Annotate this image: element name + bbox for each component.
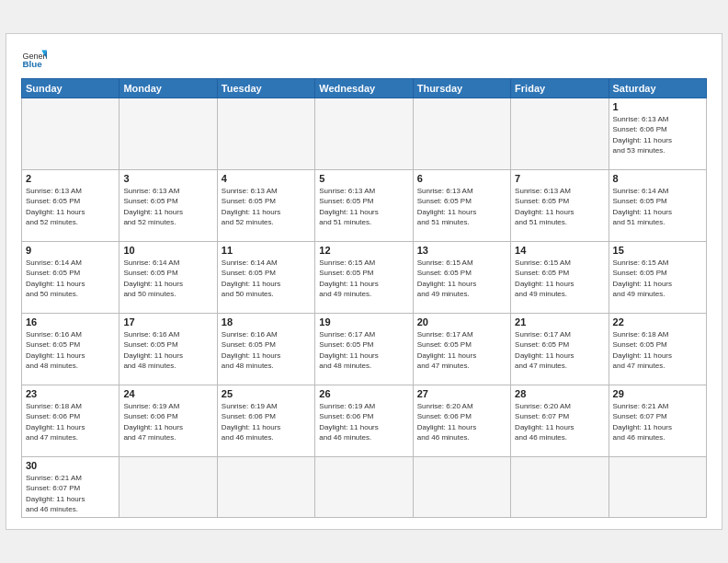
day-number: 22: [613, 316, 702, 327]
day-info: Sunrise: 6:15 AM Sunset: 6:05 PM Dayligh…: [613, 258, 702, 299]
day-cell-20: 20Sunrise: 6:17 AM Sunset: 6:05 PM Dayli…: [413, 314, 510, 385]
day-info: Sunrise: 6:17 AM Sunset: 6:05 PM Dayligh…: [319, 329, 408, 371]
day-info: Sunrise: 6:20 AM Sunset: 6:07 PM Dayligh…: [515, 401, 604, 442]
calendar-container: General Blue SundayMondayTuesdayWednesda…: [6, 33, 722, 530]
day-number: 5: [319, 173, 408, 184]
day-info: Sunrise: 6:14 AM Sunset: 6:05 PM Dayligh…: [222, 258, 311, 299]
day-info: Sunrise: 6:13 AM Sunset: 6:05 PM Dayligh…: [123, 186, 212, 227]
empty-cell: [217, 457, 314, 518]
day-number: 23: [26, 388, 115, 399]
empty-cell: [217, 98, 314, 170]
day-info: Sunrise: 6:13 AM Sunset: 6:05 PM Dayligh…: [222, 186, 311, 227]
empty-cell: [413, 98, 510, 170]
day-cell-14: 14Sunrise: 6:15 AM Sunset: 6:05 PM Dayli…: [511, 242, 609, 314]
calendar-week-1: 1Sunrise: 6:13 AM Sunset: 6:06 PM Daylig…: [22, 98, 707, 170]
day-info: Sunrise: 6:21 AM Sunset: 6:07 PM Dayligh…: [26, 473, 115, 514]
day-number: 30: [26, 460, 115, 471]
day-number: 6: [417, 173, 506, 184]
day-info: Sunrise: 6:18 AM Sunset: 6:05 PM Dayligh…: [613, 329, 702, 371]
calendar-week-6: 30Sunrise: 6:21 AM Sunset: 6:07 PM Dayli…: [22, 457, 707, 518]
day-info: Sunrise: 6:14 AM Sunset: 6:05 PM Dayligh…: [613, 186, 702, 227]
day-cell-4: 4Sunrise: 6:13 AM Sunset: 6:05 PM Daylig…: [217, 170, 314, 242]
weekday-header-row: SundayMondayTuesdayWednesdayThursdayFrid…: [22, 79, 707, 98]
day-cell-26: 26Sunrise: 6:19 AM Sunset: 6:06 PM Dayli…: [315, 385, 413, 457]
day-number: 18: [222, 316, 311, 327]
day-number: 25: [222, 388, 311, 399]
day-number: 14: [515, 245, 604, 256]
weekday-header-wednesday: Wednesday: [315, 79, 413, 98]
day-cell-1: 1Sunrise: 6:13 AM Sunset: 6:06 PM Daylig…: [609, 98, 706, 170]
day-cell-28: 28Sunrise: 6:20 AM Sunset: 6:07 PM Dayli…: [511, 385, 609, 457]
day-info: Sunrise: 6:16 AM Sunset: 6:05 PM Dayligh…: [26, 329, 115, 371]
empty-cell: [119, 98, 217, 170]
day-cell-25: 25Sunrise: 6:19 AM Sunset: 6:06 PM Dayli…: [217, 385, 314, 457]
logo-icon: General Blue: [21, 45, 47, 71]
day-number: 7: [515, 173, 604, 184]
day-number: 3: [123, 173, 212, 184]
day-number: 13: [417, 245, 506, 256]
day-info: Sunrise: 6:19 AM Sunset: 6:06 PM Dayligh…: [222, 401, 311, 442]
weekday-header-tuesday: Tuesday: [217, 79, 314, 98]
calendar-table: SundayMondayTuesdayWednesdayThursdayFrid…: [21, 78, 707, 518]
day-cell-16: 16Sunrise: 6:16 AM Sunset: 6:05 PM Dayli…: [22, 314, 119, 385]
day-number: 1: [613, 101, 702, 112]
day-number: 8: [613, 173, 702, 184]
weekday-header-friday: Friday: [511, 79, 609, 98]
day-cell-3: 3Sunrise: 6:13 AM Sunset: 6:05 PM Daylig…: [119, 170, 217, 242]
day-cell-19: 19Sunrise: 6:17 AM Sunset: 6:05 PM Dayli…: [315, 314, 413, 385]
day-cell-9: 9Sunrise: 6:14 AM Sunset: 6:05 PM Daylig…: [22, 242, 119, 314]
day-cell-23: 23Sunrise: 6:18 AM Sunset: 6:06 PM Dayli…: [22, 385, 119, 457]
calendar-week-3: 9Sunrise: 6:14 AM Sunset: 6:05 PM Daylig…: [22, 242, 707, 314]
day-info: Sunrise: 6:13 AM Sunset: 6:05 PM Dayligh…: [26, 186, 115, 227]
day-number: 27: [417, 388, 506, 399]
day-cell-13: 13Sunrise: 6:15 AM Sunset: 6:05 PM Dayli…: [413, 242, 510, 314]
day-info: Sunrise: 6:15 AM Sunset: 6:05 PM Dayligh…: [515, 258, 604, 299]
day-info: Sunrise: 6:13 AM Sunset: 6:06 PM Dayligh…: [613, 114, 702, 155]
day-info: Sunrise: 6:14 AM Sunset: 6:05 PM Dayligh…: [26, 258, 115, 299]
calendar-week-5: 23Sunrise: 6:18 AM Sunset: 6:06 PM Dayli…: [22, 385, 707, 457]
day-info: Sunrise: 6:19 AM Sunset: 6:06 PM Dayligh…: [123, 401, 212, 442]
empty-cell: [609, 457, 706, 518]
day-number: 19: [319, 316, 408, 327]
weekday-header-thursday: Thursday: [413, 79, 510, 98]
svg-text:Blue: Blue: [22, 59, 42, 69]
empty-cell: [22, 98, 119, 170]
calendar-week-4: 16Sunrise: 6:16 AM Sunset: 6:05 PM Dayli…: [22, 314, 707, 385]
day-number: 2: [26, 173, 115, 184]
calendar-week-2: 2Sunrise: 6:13 AM Sunset: 6:05 PM Daylig…: [22, 170, 707, 242]
day-cell-5: 5Sunrise: 6:13 AM Sunset: 6:05 PM Daylig…: [315, 170, 413, 242]
day-cell-2: 2Sunrise: 6:13 AM Sunset: 6:05 PM Daylig…: [22, 170, 119, 242]
empty-cell: [511, 457, 609, 518]
day-info: Sunrise: 6:18 AM Sunset: 6:06 PM Dayligh…: [26, 401, 115, 442]
day-cell-15: 15Sunrise: 6:15 AM Sunset: 6:05 PM Dayli…: [609, 242, 706, 314]
day-info: Sunrise: 6:16 AM Sunset: 6:05 PM Dayligh…: [222, 329, 311, 371]
day-info: Sunrise: 6:14 AM Sunset: 6:05 PM Dayligh…: [123, 258, 212, 299]
day-number: 28: [515, 388, 604, 399]
day-number: 17: [123, 316, 212, 327]
day-cell-17: 17Sunrise: 6:16 AM Sunset: 6:05 PM Dayli…: [119, 314, 217, 385]
day-number: 26: [319, 388, 408, 399]
day-cell-6: 6Sunrise: 6:13 AM Sunset: 6:05 PM Daylig…: [413, 170, 510, 242]
day-info: Sunrise: 6:20 AM Sunset: 6:06 PM Dayligh…: [417, 401, 506, 442]
empty-cell: [315, 98, 413, 170]
day-number: 15: [613, 245, 702, 256]
day-cell-11: 11Sunrise: 6:14 AM Sunset: 6:05 PM Dayli…: [217, 242, 314, 314]
empty-cell: [315, 457, 413, 518]
day-cell-24: 24Sunrise: 6:19 AM Sunset: 6:06 PM Dayli…: [119, 385, 217, 457]
day-number: 12: [319, 245, 408, 256]
day-info: Sunrise: 6:15 AM Sunset: 6:05 PM Dayligh…: [417, 258, 506, 299]
day-number: 20: [417, 316, 506, 327]
day-cell-12: 12Sunrise: 6:15 AM Sunset: 6:05 PM Dayli…: [315, 242, 413, 314]
day-cell-22: 22Sunrise: 6:18 AM Sunset: 6:05 PM Dayli…: [609, 314, 706, 385]
day-cell-21: 21Sunrise: 6:17 AM Sunset: 6:05 PM Dayli…: [511, 314, 609, 385]
day-number: 11: [222, 245, 311, 256]
day-cell-30: 30Sunrise: 6:21 AM Sunset: 6:07 PM Dayli…: [22, 457, 119, 518]
day-info: Sunrise: 6:15 AM Sunset: 6:05 PM Dayligh…: [319, 258, 408, 299]
day-number: 29: [613, 388, 702, 399]
day-number: 21: [515, 316, 604, 327]
day-info: Sunrise: 6:16 AM Sunset: 6:05 PM Dayligh…: [123, 329, 212, 371]
day-number: 10: [123, 245, 212, 256]
day-info: Sunrise: 6:17 AM Sunset: 6:05 PM Dayligh…: [515, 329, 604, 371]
empty-cell: [413, 457, 510, 518]
day-cell-8: 8Sunrise: 6:14 AM Sunset: 6:05 PM Daylig…: [609, 170, 706, 242]
